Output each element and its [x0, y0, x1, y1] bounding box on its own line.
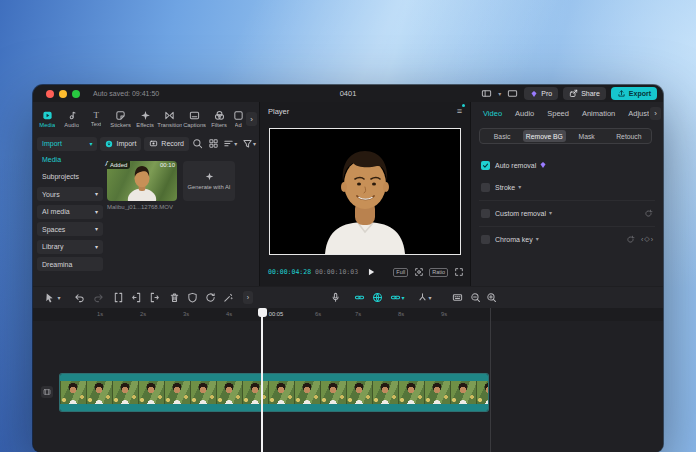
- auto-sync-globe-icon[interactable]: [371, 291, 384, 304]
- import-button[interactable]: Import: [100, 137, 141, 151]
- track-branch-caret-icon[interactable]: ▾: [426, 291, 434, 304]
- sidebar-item-media[interactable]: Media: [37, 152, 103, 166]
- media-tabs-overflow-button[interactable]: ›: [246, 112, 257, 126]
- main-track-icon[interactable]: [41, 386, 53, 398]
- keyframe-prev-icon[interactable]: ‹: [641, 236, 643, 243]
- timeline-toolbar: ▾ › ▾ ▾: [33, 287, 663, 309]
- chroma-key-checkbox[interactable]: [481, 235, 490, 244]
- sort-dropdown[interactable]: ▾: [222, 137, 238, 150]
- timeline-ruler[interactable]: 1s 2s 3s 4s 00:05 6s 7s 8s 9s: [33, 308, 663, 321]
- chroma-key-label[interactable]: Chroma key ▾: [495, 236, 539, 243]
- playhead-handle[interactable]: [258, 308, 267, 317]
- pro-button[interactable]: Pro: [524, 87, 558, 100]
- track-area[interactable]: [33, 321, 663, 452]
- tab-captions[interactable]: Captions: [182, 104, 206, 133]
- ai-cutout-icon[interactable]: [222, 291, 235, 304]
- sidebar-item-dreamina[interactable]: Dreamina: [37, 257, 103, 271]
- tab-animation[interactable]: Animation: [582, 109, 615, 118]
- search-icon[interactable]: [192, 137, 204, 150]
- pro-label: Pro: [541, 90, 552, 97]
- fullscreen-icon[interactable]: [453, 267, 464, 278]
- share-button[interactable]: Share: [563, 87, 606, 100]
- delete-right-icon[interactable]: [148, 291, 161, 304]
- play-button[interactable]: [366, 267, 376, 277]
- loop-icon[interactable]: [204, 291, 217, 304]
- player-menu-icon[interactable]: ≡: [457, 106, 462, 116]
- sidebar-item-library[interactable]: Library ▾: [37, 240, 103, 254]
- layout-caret-icon[interactable]: ▾: [498, 91, 501, 97]
- filters-icon: [214, 110, 225, 121]
- custom-removal-checkbox[interactable]: [481, 209, 490, 218]
- subtab-mask[interactable]: Mask: [566, 130, 608, 142]
- ruler-tick: 6s: [315, 311, 321, 317]
- sidebar-item-spaces[interactable]: Spaces ▾: [37, 222, 103, 236]
- generate-with-ai-card[interactable]: Generate with AI: [183, 161, 235, 201]
- reset-icon[interactable]: [626, 235, 635, 244]
- import-dropdown[interactable]: Import ▾: [37, 137, 97, 151]
- magnetic-toggle-icon[interactable]: [353, 291, 366, 304]
- tab-filters[interactable]: Filters: [207, 104, 231, 133]
- select-tool-caret-icon[interactable]: ▾: [55, 291, 63, 304]
- custom-removal-label[interactable]: Custom removal ▾: [495, 210, 552, 217]
- tab-transitions[interactable]: Transitions: [157, 104, 182, 133]
- caret-down-icon: ▾: [549, 210, 552, 216]
- filter-dropdown[interactable]: ▾: [241, 137, 257, 150]
- subtab-basic[interactable]: Basic: [481, 130, 523, 142]
- zoom-in-icon[interactable]: [485, 291, 498, 304]
- auto-removal-checkbox[interactable]: [481, 161, 490, 170]
- tab-adjust[interactable]: Adjust: [628, 109, 649, 118]
- tab-media[interactable]: Media: [35, 104, 59, 133]
- tab-stickers[interactable]: Stickers: [108, 104, 132, 133]
- keyframe-control[interactable]: ‹ ◇ ›: [641, 235, 653, 243]
- redo-icon[interactable]: [92, 291, 105, 304]
- shortcut-keys-icon[interactable]: [451, 291, 464, 304]
- link-toggle-caret-icon[interactable]: ▾: [399, 291, 407, 304]
- subtab-retouch[interactable]: Retouch: [608, 130, 650, 142]
- layout-single-icon[interactable]: [506, 87, 519, 100]
- caret-down-icon: ▾: [518, 184, 521, 190]
- subtab-remove-bg[interactable]: Remove BG: [523, 130, 565, 142]
- delete-left-icon[interactable]: [130, 291, 143, 304]
- autosave-status: Auto saved: 09:41:50: [93, 90, 159, 97]
- tab-video[interactable]: Video: [483, 109, 502, 118]
- keyframe-diamond-icon[interactable]: ◇: [644, 235, 649, 243]
- microphone-icon[interactable]: [329, 291, 342, 304]
- clip-top-strip: [60, 374, 488, 381]
- zoom-out-icon[interactable]: [469, 291, 482, 304]
- tab-speed[interactable]: Speed: [547, 109, 569, 118]
- split-icon[interactable]: [112, 291, 125, 304]
- keyframe-next-icon[interactable]: ›: [651, 236, 653, 243]
- reset-icon[interactable]: [644, 209, 653, 218]
- layout-panels-icon[interactable]: [480, 87, 493, 100]
- tab-effects[interactable]: Effects: [133, 104, 157, 133]
- mask-icon[interactable]: [186, 291, 199, 304]
- minimize-button[interactable]: [59, 90, 67, 98]
- record-button[interactable]: Record: [144, 137, 189, 151]
- stroke-checkbox[interactable]: [481, 183, 490, 192]
- media-panel: Media Audio T Text Stickers Effects: [33, 102, 259, 286]
- sidebar-item-ai-media[interactable]: AI media ▾: [37, 205, 103, 219]
- grid-view-icon[interactable]: [207, 137, 219, 150]
- playhead-line[interactable]: [261, 308, 263, 452]
- video-preview[interactable]: [269, 128, 461, 255]
- undo-icon[interactable]: [73, 291, 86, 304]
- tab-adjust-truncated[interactable]: Ad: [231, 104, 245, 133]
- toolbar-overflow-button[interactable]: ›: [243, 291, 253, 304]
- delete-icon[interactable]: [168, 291, 181, 304]
- sidebar-item-yours[interactable]: Yours ▾: [37, 187, 103, 201]
- ratio-button[interactable]: Ratio: [429, 268, 448, 277]
- tab-text[interactable]: T Text: [84, 104, 108, 133]
- clip-end-marker: [490, 308, 491, 452]
- full-button[interactable]: Full: [393, 268, 408, 277]
- zoom-button[interactable]: [72, 90, 80, 98]
- stroke-label[interactable]: Stroke ▾: [495, 184, 521, 191]
- video-clip[interactable]: [60, 374, 488, 411]
- tab-audio-props[interactable]: Audio: [515, 109, 534, 118]
- close-button[interactable]: [46, 90, 54, 98]
- tab-audio[interactable]: Audio: [59, 104, 83, 133]
- focus-icon[interactable]: [413, 267, 424, 278]
- export-button[interactable]: Export: [611, 87, 657, 100]
- sidebar-item-subprojects[interactable]: Subprojects: [37, 170, 103, 184]
- properties-tabs-overflow-button[interactable]: ›: [650, 107, 661, 120]
- media-item-thumbnail[interactable]: Added 00:10: [107, 161, 177, 201]
